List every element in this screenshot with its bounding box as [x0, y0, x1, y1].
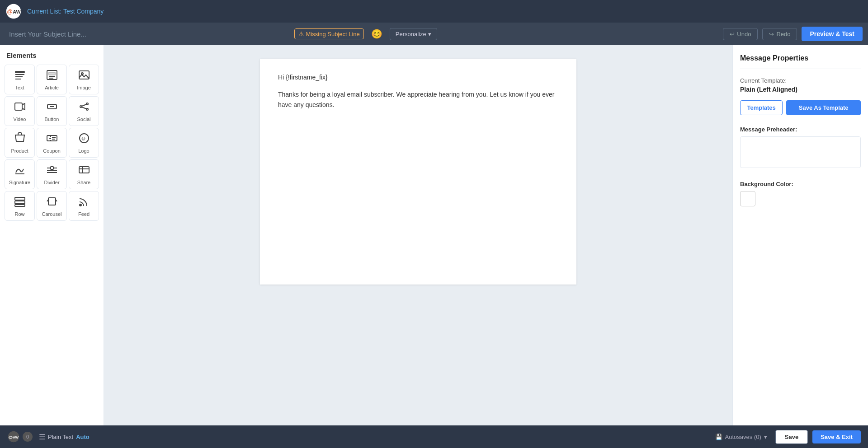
element-image-label: Image: [77, 85, 91, 90]
email-body-paragraph: Thanks for being a loyal email subscribe…: [278, 89, 558, 110]
element-share-label: Share: [77, 180, 90, 185]
svg-point-41: [80, 204, 81, 206]
bottom-bar: @ AW 0 ☰ Plain Text Auto 💾 Autosaves (0)…: [0, 425, 868, 448]
element-divider[interactable]: Divider: [37, 159, 67, 189]
text-icon: [14, 69, 26, 83]
element-video-label: Video: [14, 117, 26, 122]
carousel-icon: [46, 195, 58, 210]
element-carousel[interactable]: Carousel: [37, 191, 67, 221]
preheader-input[interactable]: [740, 136, 861, 168]
svg-text:@: @: [9, 434, 13, 439]
svg-rect-38: [15, 201, 25, 204]
subject-bar: ⚠ Missing Subject Line 😊 Personalize ▾ ↩…: [0, 23, 868, 45]
logo-icon: @: [78, 132, 90, 146]
current-list-label: Current List: Test Company: [27, 8, 104, 15]
template-actions: Templates Save As Template: [740, 100, 861, 115]
elements-title: Elements: [5, 51, 99, 59]
share-icon: [78, 163, 90, 178]
element-video[interactable]: Video: [5, 96, 35, 126]
autosaves-label: Autosaves (0): [725, 434, 761, 440]
svg-line-19: [82, 104, 86, 106]
save-exit-button[interactable]: Save & Exit: [812, 430, 861, 443]
element-product-label: Product: [11, 148, 28, 154]
svg-rect-3: [15, 71, 24, 73]
autosaves-button[interactable]: 💾 Autosaves (0) ▾: [712, 432, 771, 442]
chevron-down-icon: ▾: [764, 434, 767, 440]
element-coupon-label: Coupon: [43, 148, 61, 154]
article-icon: [46, 69, 58, 83]
properties-sidebar: Message Properties Current Template: Pla…: [732, 45, 868, 425]
element-image[interactable]: Image: [69, 65, 99, 94]
preheader-label: Message Preheader:: [740, 126, 861, 133]
logo-area: @ AW: [5, 3, 22, 19]
notification-badge: 0: [23, 432, 33, 442]
row-icon: [14, 195, 26, 210]
element-text[interactable]: Text: [5, 65, 35, 94]
feed-icon: [78, 195, 90, 210]
save-disk-icon: 💾: [715, 434, 722, 440]
notification-count: 0: [26, 434, 29, 439]
svg-rect-37: [15, 197, 25, 200]
auto-label: Auto: [76, 434, 90, 440]
elements-sidebar: Elements TextArticleImageVideoButtonSoci…: [0, 45, 104, 425]
element-feed[interactable]: Feed: [69, 191, 99, 221]
main-layout: Elements TextArticleImageVideoButtonSoci…: [0, 45, 868, 425]
redo-button[interactable]: ↪ Redo: [762, 28, 797, 40]
plain-text-icon: ☰: [39, 433, 45, 441]
current-template-value: Plain (Left Aligned): [740, 86, 861, 93]
personalize-button[interactable]: Personalize ▾: [390, 28, 437, 40]
aweber-logo-icon: @ AW: [5, 3, 22, 19]
product-icon: [14, 132, 26, 146]
image-icon: [78, 69, 90, 83]
templates-button[interactable]: Templates: [740, 100, 783, 115]
aweber-bottom-logo-icon: @ AW: [7, 430, 20, 443]
svg-rect-13: [15, 103, 22, 110]
subject-input[interactable]: [5, 28, 290, 40]
element-signature-label: Signature: [9, 180, 30, 185]
svg-text:AW: AW: [13, 435, 19, 439]
personalize-label: Personalize: [396, 31, 426, 37]
element-row[interactable]: Row: [5, 191, 35, 221]
save-as-template-button[interactable]: Save As Template: [786, 100, 861, 115]
element-row-label: Row: [14, 211, 24, 217]
redo-icon: ↪: [769, 31, 774, 37]
properties-title: Message Properties: [740, 54, 861, 69]
element-social[interactable]: Social: [69, 96, 99, 126]
warning-icon: ⚠: [298, 30, 304, 37]
email-greeting: Hi {!firstname_fix}: [278, 72, 558, 82]
missing-subject-badge: ⚠ Missing Subject Line: [294, 28, 364, 39]
divider-icon: [46, 163, 58, 178]
element-coupon[interactable]: Coupon: [37, 128, 67, 158]
element-button[interactable]: Button: [37, 96, 67, 126]
undo-button[interactable]: ↩ Undo: [723, 28, 758, 40]
emoji-button[interactable]: 😊: [368, 28, 385, 40]
svg-rect-39: [15, 205, 25, 206]
bg-color-swatch[interactable]: [740, 191, 755, 206]
element-product[interactable]: Product: [5, 128, 35, 158]
element-logo-label: Logo: [78, 148, 89, 154]
undo-icon: ↩: [730, 31, 735, 37]
plain-text-section: ☰ Plain Text Auto: [39, 433, 90, 441]
element-button-label: Button: [45, 117, 59, 122]
chevron-down-icon: ▾: [428, 31, 431, 37]
svg-point-16: [80, 106, 82, 107]
plain-text-label: Plain Text: [48, 434, 73, 440]
element-feed-label: Feed: [78, 211, 90, 217]
preheader-section: Message Preheader:: [740, 126, 861, 170]
svg-point-17: [86, 103, 88, 105]
element-logo[interactable]: @Logo: [69, 128, 99, 158]
save-button[interactable]: Save: [775, 430, 808, 444]
svg-rect-30: [51, 167, 53, 169]
element-share[interactable]: Share: [69, 159, 99, 189]
bottom-left: @ AW 0 ☰ Plain Text Auto: [7, 430, 90, 443]
svg-text:@: @: [81, 136, 85, 141]
video-icon: [14, 100, 26, 115]
element-signature[interactable]: Signature: [5, 159, 35, 189]
preview-test-button[interactable]: Preview & Test: [802, 27, 863, 41]
element-text-label: Text: [15, 85, 24, 90]
email-body-text: Hi {!firstname_fix} Thanks for being a l…: [278, 72, 558, 110]
element-article[interactable]: Article: [37, 65, 67, 94]
aweber-logo-bottom: @ AW 0: [7, 430, 33, 443]
email-canvas: Hi {!firstname_fix} Thanks for being a l…: [260, 59, 576, 285]
svg-rect-11: [79, 71, 89, 79]
